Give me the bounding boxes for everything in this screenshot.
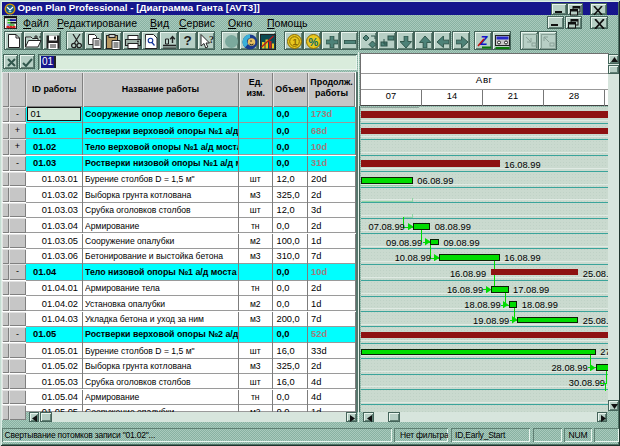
svg-text:Z: Z [479,34,488,48]
svg-text:%: % [308,36,318,48]
svg-text:1: 1 [293,37,298,47]
svg-text:?: ? [209,34,214,45]
